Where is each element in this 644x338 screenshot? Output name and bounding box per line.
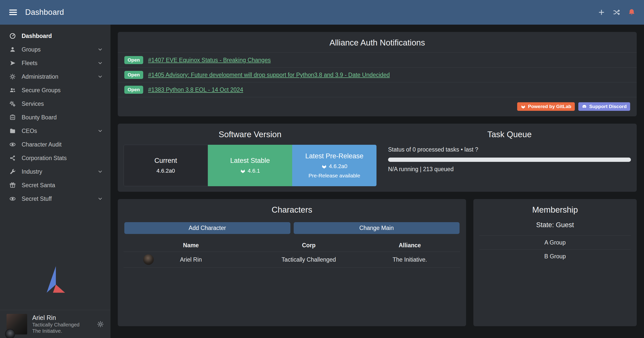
- discord-icon: [582, 104, 587, 109]
- gift-icon: [8, 182, 18, 188]
- version-number: 4.6.2a0: [157, 168, 175, 174]
- corp-logo-badge: [5, 329, 15, 338]
- membership-state: State: Guest: [479, 221, 631, 229]
- hamburger-menu-icon[interactable]: [9, 8, 18, 17]
- notification-row: Open #1407 EVE Equinox Status - Breaking…: [118, 53, 637, 67]
- sidebar-item-label: Fleets: [22, 60, 37, 67]
- version-label: Current: [154, 157, 177, 165]
- add-character-button[interactable]: Add Character: [124, 222, 290, 234]
- group-row: A Group: [479, 235, 631, 249]
- sidebar-item-character-audit[interactable]: Character Audit: [0, 138, 110, 151]
- task-queue-status-text: Status of 0 processed tasks • last ?: [388, 146, 631, 153]
- gitlab-badge-label: Powered by GitLab: [528, 104, 571, 109]
- change-main-button[interactable]: Change Main: [294, 222, 460, 234]
- sidebar-item-label: Dashboard: [22, 33, 52, 39]
- task-queue-section: Task Queue Status of 0 processed tasks •…: [382, 124, 637, 192]
- software-version-title: Software Version: [124, 129, 376, 143]
- notification-link[interactable]: #1383 Python 3.8 EOL - 14 Oct 2024: [148, 86, 243, 93]
- settings-gear-icon[interactable]: [97, 321, 104, 328]
- chevron-down-icon: [97, 128, 103, 134]
- sidebar-item-label: Industry: [22, 168, 42, 175]
- add-icon[interactable]: [598, 9, 605, 16]
- sidebar-item-corporation-stats[interactable]: Corporation Stats: [0, 151, 110, 165]
- shuffle-icon[interactable]: [613, 9, 620, 16]
- sidebar-item-secret-santa[interactable]: Secret Santa: [0, 178, 110, 192]
- notification-link[interactable]: #1407 EVE Equinox Status - Breaking Chan…: [148, 57, 271, 64]
- chevron-down-icon: [97, 60, 103, 66]
- characters-title: Characters: [124, 199, 460, 220]
- sidebar-item-services[interactable]: Services: [0, 97, 110, 111]
- eye-icon: [8, 196, 18, 202]
- discord-badge[interactable]: Support Discord: [578, 102, 630, 111]
- sidebar-item-label: Secret Santa: [22, 182, 55, 189]
- sidebar-item-secure-groups[interactable]: Secure Groups: [0, 83, 110, 97]
- sidebar-item-label: Secure Groups: [22, 87, 61, 94]
- user-panel: Ariel Rin Tactically Challenged The Init…: [0, 310, 110, 338]
- sidebar-item-label: Corporation Stats: [22, 155, 67, 162]
- users-icon: [8, 87, 18, 93]
- sidebar-item-label: Character Audit: [22, 141, 62, 148]
- chevron-down-icon: [97, 47, 103, 52]
- gitlab-badge[interactable]: Powered by GitLab: [517, 102, 575, 111]
- discord-badge-label: Support Discord: [589, 104, 627, 109]
- page-title: Dashboard: [25, 8, 64, 17]
- notifications-bell-icon[interactable]: [628, 9, 635, 16]
- notifications-title: Alliance Auth Notifications: [118, 32, 637, 53]
- alliance-logo: [0, 265, 110, 295]
- eye-icon: [8, 141, 18, 148]
- sidebar-item-dashboard[interactable]: Dashboard: [0, 29, 110, 43]
- bounty-board-icon: [8, 114, 18, 121]
- sidebar-item-ceos[interactable]: CEOs: [0, 124, 110, 138]
- user-alliance: The Initiative.: [32, 328, 80, 334]
- sidebar-item-label: Groups: [22, 46, 41, 53]
- notifications-panel: Alliance Auth Notifications Open #1407 E…: [118, 32, 637, 116]
- sidebar-item-industry[interactable]: Industry: [0, 165, 110, 178]
- version-number: 4.6.1: [248, 168, 260, 174]
- column-header-alliance: Alliance: [359, 242, 460, 249]
- software-taskqueue-panel: Software Version Current 4.6.2a0 Latest …: [118, 124, 637, 192]
- task-queue-counts-text: N/A running | 213 queued: [388, 166, 631, 173]
- dashboard-icon: [8, 33, 18, 39]
- sidebar-item-fleets[interactable]: Fleets: [0, 56, 110, 70]
- main-content: Alliance Auth Notifications Open #1407 E…: [110, 25, 644, 338]
- sidebar-item-bounty-board[interactable]: Bounty Board: [0, 111, 110, 124]
- version-prerelease-box: Latest Pre-Release 4.6.2a0 Pre-Release a…: [292, 145, 376, 186]
- characters-panel: Characters Add Character Change Main Nam…: [118, 199, 466, 326]
- task-progress-bar: [388, 158, 631, 162]
- group-row: B Group: [479, 249, 631, 263]
- sidebar-item-secret-stuff[interactable]: Secret Stuff: [0, 192, 110, 206]
- sidebar-item-label: Administration: [22, 73, 58, 80]
- table-row: Ariel Rin Tactically Challenged The Init…: [124, 252, 460, 268]
- status-badge: Open: [124, 86, 143, 94]
- user-name: Ariel Rin: [32, 314, 80, 322]
- character-alliance: The Initiative.: [359, 256, 460, 263]
- notification-link[interactable]: #1405 Advisory: Future development will …: [148, 72, 390, 78]
- software-version-section: Software Version Current 4.6.2a0 Latest …: [118, 124, 382, 192]
- gitlab-tanuki-icon: [321, 164, 327, 169]
- version-label: Latest Pre-Release: [305, 152, 363, 160]
- chevron-down-icon: [97, 74, 103, 79]
- prerelease-note: Pre-Release available: [309, 173, 360, 179]
- user-icon: [8, 46, 18, 53]
- column-header-name: Name: [124, 242, 258, 249]
- characters-table: Name Corp Alliance Ariel Rin Tactically …: [124, 239, 460, 268]
- task-queue-title: Task Queue: [388, 129, 631, 143]
- membership-title: Membership: [479, 199, 631, 220]
- version-number: 4.6.2a0: [329, 163, 347, 170]
- gears-icon: [8, 73, 18, 80]
- notification-row: Open #1383 Python 3.8 EOL - 14 Oct 2024: [118, 82, 637, 97]
- chevron-down-icon: [97, 196, 103, 202]
- sidebar-item-label: Secret Stuff: [22, 196, 52, 202]
- share-nodes-icon: [8, 155, 18, 161]
- top-navbar: Dashboard: [0, 0, 644, 25]
- sidebar-item-label: CEOs: [22, 128, 37, 134]
- character-corp: Tactically Challenged: [258, 256, 359, 263]
- sidebar-item-administration[interactable]: Administration: [0, 70, 110, 83]
- wrench-icon: [8, 168, 18, 175]
- fighter-jet-icon: [8, 60, 18, 66]
- sidebar-item-groups[interactable]: Groups: [0, 43, 110, 56]
- version-current-box: Current 4.6.2a0: [124, 145, 208, 186]
- version-label: Latest Stable: [230, 157, 270, 165]
- notification-row: Open #1405 Advisory: Future development …: [118, 67, 637, 82]
- user-avatar: [7, 314, 27, 334]
